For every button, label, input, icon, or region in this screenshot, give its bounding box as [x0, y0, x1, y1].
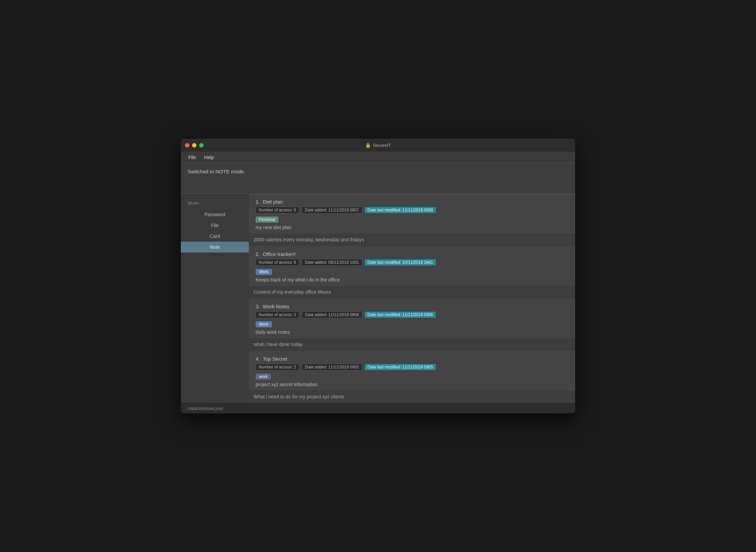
title-icon: 🔒: [365, 142, 371, 148]
date-modified-badge: Date last modified: 11/11/2019 0905: [365, 364, 436, 370]
title-text: SecureIT: [373, 143, 391, 148]
sidebar-item-note[interactable]: Note: [181, 242, 249, 253]
close-button[interactable]: [185, 143, 189, 148]
date-added-badge: Date added: 11/11/2019 0907: [302, 207, 362, 213]
menubar: File Help: [181, 152, 575, 163]
note-title: Office tracker!!: [263, 251, 296, 257]
note-content: what i have done today: [249, 338, 575, 350]
tag-badge: Work: [256, 269, 272, 275]
main-layout: Mode: Password File Card Note 1. Diet pl…: [181, 194, 575, 403]
tag-badge: work: [256, 374, 271, 380]
note-description: my new diet plan: [256, 225, 568, 230]
sidebar-item-password[interactable]: Password: [181, 209, 249, 220]
note-number: 4.: [256, 356, 260, 362]
note-meta: Number of access: 8 Date added: 11/11/20…: [256, 207, 568, 213]
note-meta: Number of access: 3 Date added: 11/11/20…: [256, 311, 568, 318]
note-header: 3. Work Notes: [256, 303, 568, 309]
titlebar: 🔒 SecureIT: [181, 139, 575, 152]
note-number: 2.: [256, 251, 260, 257]
note-meta: Number of access: 8 Date added: 09/11/20…: [256, 259, 568, 266]
content-area[interactable]: 1. Diet plan Number of access: 8 Date ad…: [249, 194, 575, 403]
note-entry-1[interactable]: 1. Diet plan Number of access: 8 Date ad…: [249, 194, 575, 246]
access-badge: Number of access: 8: [256, 207, 299, 213]
date-modified-badge: Date last modified: 11/11/2019 0906: [365, 312, 436, 318]
note-description: daily work notes: [256, 329, 568, 335]
note-number: 3.: [256, 304, 260, 309]
window-title: 🔒 SecureIT: [365, 142, 391, 148]
note-description: Keeps track of my what i do in the offic…: [256, 277, 568, 282]
sidebar-item-card[interactable]: Card: [181, 231, 249, 242]
file-menu[interactable]: File: [185, 153, 200, 161]
traffic-lights: [185, 143, 204, 148]
status-message: Switched to NOTE mode.: [188, 169, 568, 174]
date-added-badge: Date added: 09/11/2019 1001: [302, 259, 362, 266]
date-modified-badge: Date last modified: 10/11/2019 1641: [365, 259, 436, 265]
note-content: What i need to do for my project xyz cli…: [249, 391, 575, 403]
sidebar: Mode: Password File Card Note: [181, 194, 249, 403]
footer-path: ./data/notebook.json: [186, 406, 223, 411]
note-title: Diet plan: [263, 199, 283, 205]
note-header: 1. Diet plan: [256, 199, 568, 205]
tag-badge: Work: [256, 321, 272, 327]
access-badge: Number of access: 8: [256, 259, 299, 266]
app-window: 🔒 SecureIT File Help Switched to NOTE mo…: [181, 139, 575, 413]
note-entry-2[interactable]: 2. Office tracker!! Number of access: 8 …: [249, 246, 575, 298]
mode-label: Mode:: [181, 201, 249, 209]
note-number: 1.: [256, 199, 260, 205]
note-content: 2000 calories every monday, wednesday an…: [249, 234, 575, 246]
access-badge: Number of access: 3: [256, 311, 299, 318]
note-description: project xyz secret information: [256, 382, 568, 387]
help-menu[interactable]: Help: [201, 153, 218, 161]
access-badge: Number of access: 2: [256, 364, 299, 370]
date-added-badge: Date added: 11/11/2019 0906: [302, 311, 362, 318]
note-header: 2. Office tracker!!: [256, 251, 568, 257]
sidebar-item-file[interactable]: File: [181, 220, 249, 231]
note-entry-3[interactable]: 3. Work Notes Number of access: 3 Date a…: [249, 298, 575, 351]
date-modified-badge: Date last modified: 11/11/2019 0938: [365, 207, 436, 213]
note-title: Top Secret: [263, 356, 287, 362]
status-area: Switched to NOTE mode.: [181, 163, 575, 194]
note-title: Work Notes: [263, 304, 289, 309]
tag-badge: Personal: [256, 217, 278, 223]
note-content: Content of my everyday office lifexxx: [249, 286, 575, 298]
maximize-button[interactable]: [199, 143, 204, 148]
footer: ./data/notebook.json: [181, 403, 575, 413]
date-added-badge: Date added: 11/11/2019 0905: [302, 364, 362, 370]
note-entry-4[interactable]: 4. Top Secret Number of access: 2 Date a…: [249, 351, 575, 403]
note-header: 4. Top Secret: [256, 356, 568, 362]
note-meta: Number of access: 2 Date added: 11/11/20…: [256, 364, 568, 370]
minimize-button[interactable]: [192, 143, 196, 148]
